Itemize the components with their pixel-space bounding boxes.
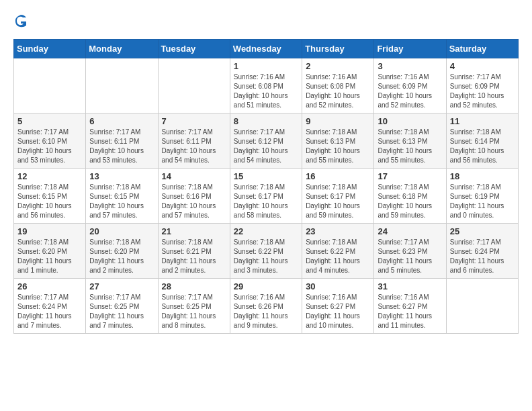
- day-number: 3: [378, 61, 442, 71]
- day-info: Sunrise: 7:17 AM Sunset: 6:23 PM Dayligh…: [378, 238, 442, 275]
- day-of-week-header: Wednesday: [230, 40, 302, 58]
- day-number: 25: [450, 226, 515, 236]
- day-number: 30: [306, 281, 370, 291]
- day-info: Sunrise: 7:17 AM Sunset: 6:25 PM Dayligh…: [89, 293, 154, 330]
- day-number: 21: [162, 226, 226, 236]
- general-blue-logo-icon: [13, 13, 28, 28]
- calendar-cell: 20Sunrise: 7:18 AM Sunset: 6:20 PM Dayli…: [86, 224, 158, 279]
- calendar-cell: [446, 279, 518, 334]
- calendar-cell: 16Sunrise: 7:18 AM Sunset: 6:17 PM Dayli…: [302, 169, 374, 224]
- day-info: Sunrise: 7:18 AM Sunset: 6:19 PM Dayligh…: [450, 183, 515, 220]
- day-of-week-header: Friday: [374, 40, 446, 58]
- calendar-cell: 3Sunrise: 7:16 AM Sunset: 6:09 PM Daylig…: [374, 58, 446, 113]
- calendar-cell: 28Sunrise: 7:17 AM Sunset: 6:25 PM Dayli…: [158, 279, 230, 334]
- calendar-cell: 25Sunrise: 7:17 AM Sunset: 6:24 PM Dayli…: [446, 224, 518, 279]
- calendar-cell: 7Sunrise: 7:17 AM Sunset: 6:11 PM Daylig…: [158, 113, 230, 169]
- day-info: Sunrise: 7:18 AM Sunset: 6:17 PM Dayligh…: [234, 183, 298, 220]
- calendar-week-row: 19Sunrise: 7:18 AM Sunset: 6:20 PM Dayli…: [14, 224, 519, 279]
- day-info: Sunrise: 7:18 AM Sunset: 6:22 PM Dayligh…: [306, 238, 370, 275]
- calendar-cell: 9Sunrise: 7:18 AM Sunset: 6:13 PM Daylig…: [302, 113, 374, 169]
- calendar-cell: 1Sunrise: 7:16 AM Sunset: 6:08 PM Daylig…: [230, 58, 302, 113]
- day-info: Sunrise: 7:16 AM Sunset: 6:08 PM Dayligh…: [234, 73, 298, 110]
- calendar-header-row: SundayMondayTuesdayWednesdayThursdayFrid…: [14, 40, 519, 58]
- day-of-week-header: Monday: [86, 40, 158, 58]
- day-info: Sunrise: 7:18 AM Sunset: 6:21 PM Dayligh…: [162, 238, 226, 275]
- calendar-cell: [14, 58, 86, 113]
- day-of-week-header: Saturday: [446, 40, 518, 58]
- day-number: 18: [450, 171, 515, 181]
- calendar-cell: [158, 58, 230, 113]
- calendar-week-row: 12Sunrise: 7:18 AM Sunset: 6:15 PM Dayli…: [14, 169, 519, 224]
- day-info: Sunrise: 7:16 AM Sunset: 6:27 PM Dayligh…: [378, 293, 442, 330]
- day-info: Sunrise: 7:17 AM Sunset: 6:25 PM Dayligh…: [162, 293, 226, 330]
- day-number: 27: [89, 281, 154, 291]
- calendar-cell: 19Sunrise: 7:18 AM Sunset: 6:20 PM Dayli…: [14, 224, 86, 279]
- day-number: 19: [17, 226, 82, 236]
- day-number: 23: [306, 226, 370, 236]
- calendar-cell: 13Sunrise: 7:18 AM Sunset: 6:15 PM Dayli…: [86, 169, 158, 224]
- day-info: Sunrise: 7:18 AM Sunset: 6:20 PM Dayligh…: [17, 238, 82, 275]
- day-of-week-header: Thursday: [302, 40, 374, 58]
- calendar-cell: 6Sunrise: 7:17 AM Sunset: 6:11 PM Daylig…: [86, 113, 158, 169]
- day-info: Sunrise: 7:18 AM Sunset: 6:14 PM Dayligh…: [450, 128, 515, 165]
- day-info: Sunrise: 7:17 AM Sunset: 6:11 PM Dayligh…: [89, 128, 154, 165]
- day-number: 22: [234, 226, 298, 236]
- calendar-table: SundayMondayTuesdayWednesdayThursdayFrid…: [13, 39, 519, 334]
- day-info: Sunrise: 7:18 AM Sunset: 6:15 PM Dayligh…: [89, 183, 154, 220]
- calendar-cell: [86, 58, 158, 113]
- calendar-cell: 30Sunrise: 7:16 AM Sunset: 6:27 PM Dayli…: [302, 279, 374, 334]
- calendar-cell: 12Sunrise: 7:18 AM Sunset: 6:15 PM Dayli…: [14, 169, 86, 224]
- day-number: 1: [234, 61, 298, 71]
- day-info: Sunrise: 7:17 AM Sunset: 6:24 PM Dayligh…: [17, 293, 82, 330]
- calendar-cell: 18Sunrise: 7:18 AM Sunset: 6:19 PM Dayli…: [446, 169, 518, 224]
- calendar-cell: 26Sunrise: 7:17 AM Sunset: 6:24 PM Dayli…: [14, 279, 86, 334]
- day-number: 26: [17, 281, 82, 291]
- calendar-cell: 29Sunrise: 7:16 AM Sunset: 6:26 PM Dayli…: [230, 279, 302, 334]
- day-of-week-header: Tuesday: [158, 40, 230, 58]
- calendar-cell: 15Sunrise: 7:18 AM Sunset: 6:17 PM Dayli…: [230, 169, 302, 224]
- calendar-week-row: 5Sunrise: 7:17 AM Sunset: 6:10 PM Daylig…: [14, 113, 519, 169]
- day-info: Sunrise: 7:18 AM Sunset: 6:22 PM Dayligh…: [234, 238, 298, 275]
- day-info: Sunrise: 7:18 AM Sunset: 6:20 PM Dayligh…: [89, 238, 154, 275]
- day-info: Sunrise: 7:17 AM Sunset: 6:24 PM Dayligh…: [450, 238, 515, 275]
- day-number: 15: [234, 171, 298, 181]
- day-number: 4: [450, 61, 515, 71]
- calendar-cell: 24Sunrise: 7:17 AM Sunset: 6:23 PM Dayli…: [374, 224, 446, 279]
- calendar-cell: 4Sunrise: 7:17 AM Sunset: 6:09 PM Daylig…: [446, 58, 518, 113]
- calendar-cell: 23Sunrise: 7:18 AM Sunset: 6:22 PM Dayli…: [302, 224, 374, 279]
- day-info: Sunrise: 7:18 AM Sunset: 6:13 PM Dayligh…: [378, 128, 442, 165]
- day-number: 16: [306, 171, 370, 181]
- day-info: Sunrise: 7:18 AM Sunset: 6:15 PM Dayligh…: [17, 183, 82, 220]
- day-number: 14: [162, 171, 226, 181]
- day-number: 5: [17, 116, 82, 126]
- day-info: Sunrise: 7:18 AM Sunset: 6:18 PM Dayligh…: [378, 183, 442, 220]
- day-number: 17: [378, 171, 442, 181]
- calendar-cell: 21Sunrise: 7:18 AM Sunset: 6:21 PM Dayli…: [158, 224, 230, 279]
- day-info: Sunrise: 7:18 AM Sunset: 6:16 PM Dayligh…: [162, 183, 226, 220]
- calendar-cell: 22Sunrise: 7:18 AM Sunset: 6:22 PM Dayli…: [230, 224, 302, 279]
- day-info: Sunrise: 7:17 AM Sunset: 6:12 PM Dayligh…: [234, 128, 298, 165]
- calendar-week-row: 26Sunrise: 7:17 AM Sunset: 6:24 PM Dayli…: [14, 279, 519, 334]
- calendar-week-row: 1Sunrise: 7:16 AM Sunset: 6:08 PM Daylig…: [14, 58, 519, 113]
- day-of-week-header: Sunday: [14, 40, 86, 58]
- header-area: [13, 13, 519, 28]
- day-number: 2: [306, 61, 370, 71]
- calendar-cell: 27Sunrise: 7:17 AM Sunset: 6:25 PM Dayli…: [86, 279, 158, 334]
- day-number: 6: [89, 116, 154, 126]
- day-number: 24: [378, 226, 442, 236]
- calendar-cell: 10Sunrise: 7:18 AM Sunset: 6:13 PM Dayli…: [374, 113, 446, 169]
- day-number: 28: [162, 281, 226, 291]
- day-info: Sunrise: 7:17 AM Sunset: 6:09 PM Dayligh…: [450, 73, 515, 110]
- day-info: Sunrise: 7:16 AM Sunset: 6:09 PM Dayligh…: [378, 73, 442, 110]
- calendar-cell: 14Sunrise: 7:18 AM Sunset: 6:16 PM Dayli…: [158, 169, 230, 224]
- day-number: 29: [234, 281, 298, 291]
- logo: [13, 13, 31, 28]
- day-number: 11: [450, 116, 515, 126]
- calendar-cell: 31Sunrise: 7:16 AM Sunset: 6:27 PM Dayli…: [374, 279, 446, 334]
- calendar-cell: 5Sunrise: 7:17 AM Sunset: 6:10 PM Daylig…: [14, 113, 86, 169]
- day-number: 31: [378, 281, 442, 291]
- day-info: Sunrise: 7:17 AM Sunset: 6:11 PM Dayligh…: [162, 128, 226, 165]
- day-number: 12: [17, 171, 82, 181]
- day-number: 10: [378, 116, 442, 126]
- day-info: Sunrise: 7:18 AM Sunset: 6:17 PM Dayligh…: [306, 183, 370, 220]
